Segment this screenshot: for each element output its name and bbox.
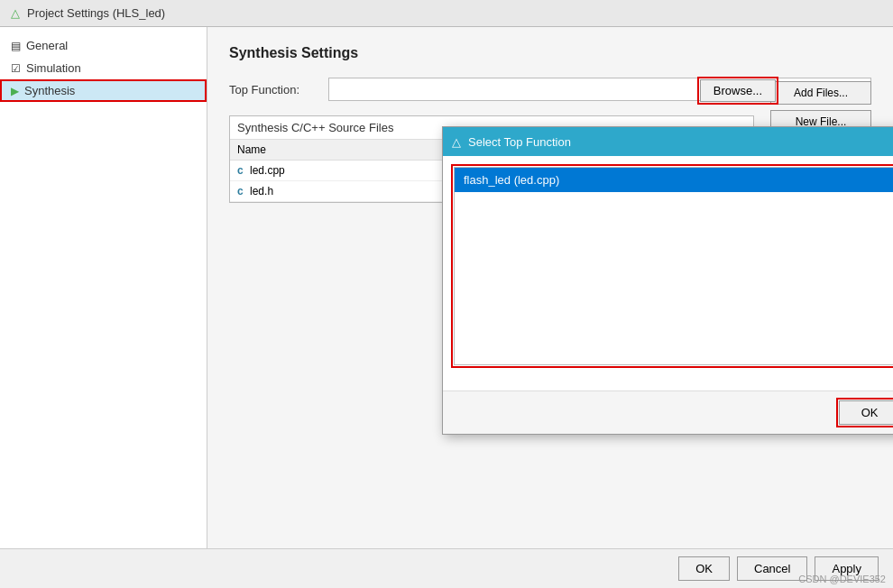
overlay-content: flash_led (led.cpp) [443, 156, 893, 390]
title-icon: △ [11, 6, 20, 20]
select-top-function-dialog: △ Select Top Function ✕ flash_led (led.c… [442, 126, 893, 435]
file-name-2: led.h [250, 185, 273, 198]
sidebar-item-label-synthesis: Synthesis [24, 84, 75, 97]
browse-button-container: Browse... [700, 79, 776, 102]
function-list: flash_led (led.cpp) [454, 167, 893, 365]
file-icon-1: c [237, 164, 244, 177]
sidebar: ▤ General ☑ Simulation ▶ Synthesis [0, 27, 207, 548]
main-ok-button[interactable]: OK [678, 556, 730, 581]
sidebar-item-label-simulation: Simulation [26, 61, 81, 75]
function-item[interactable]: flash_led (led.cpp) [455, 168, 893, 192]
sidebar-item-label-general: General [26, 39, 68, 52]
overlay-footer: OK Cancel [443, 390, 893, 434]
sidebar-item-synthesis[interactable]: ▶ Synthesis [0, 79, 207, 102]
ok-button[interactable]: OK [839, 400, 893, 425]
main-dialog: △ Project Settings (HLS_led) ▤ General ☑… [0, 0, 893, 588]
dialog-title-bar: △ Project Settings (HLS_led) [0, 0, 893, 27]
content-title: Synthesis Settings [229, 45, 871, 61]
sidebar-item-general[interactable]: ▤ General [0, 34, 207, 57]
overlay-title-text: Select Top Function [468, 135, 571, 149]
browse-button[interactable]: Browse... [700, 79, 776, 102]
dialog-body: ▤ General ☑ Simulation ▶ Synthesis Synth… [0, 27, 893, 548]
overlay-title-bar: △ Select Top Function ✕ [443, 127, 893, 156]
synthesis-icon: ▶ [11, 85, 19, 97]
watermark: CSDN @DEVIE352 [798, 574, 886, 584]
sidebar-item-simulation[interactable]: ☑ Simulation [0, 57, 207, 79]
overlay-title-icon: △ [452, 135, 461, 149]
dialog-title-text: Project Settings (HLS_led) [27, 6, 165, 20]
simulation-icon: ☑ [11, 62, 21, 75]
main-cancel-button[interactable]: Cancel [737, 556, 807, 581]
general-icon: ▤ [11, 40, 21, 52]
overlay-title-left: △ Select Top Function [452, 135, 571, 149]
main-content: Synthesis Settings Top Function: Add Fil… [207, 27, 893, 548]
bottom-bar: OK Cancel Apply [0, 548, 893, 588]
add-files-button[interactable]: Add Files... [770, 81, 871, 105]
top-function-label: Top Function: [229, 83, 319, 96]
file-name-1: led.cpp [250, 164, 285, 177]
file-icon-2: c [237, 185, 244, 198]
